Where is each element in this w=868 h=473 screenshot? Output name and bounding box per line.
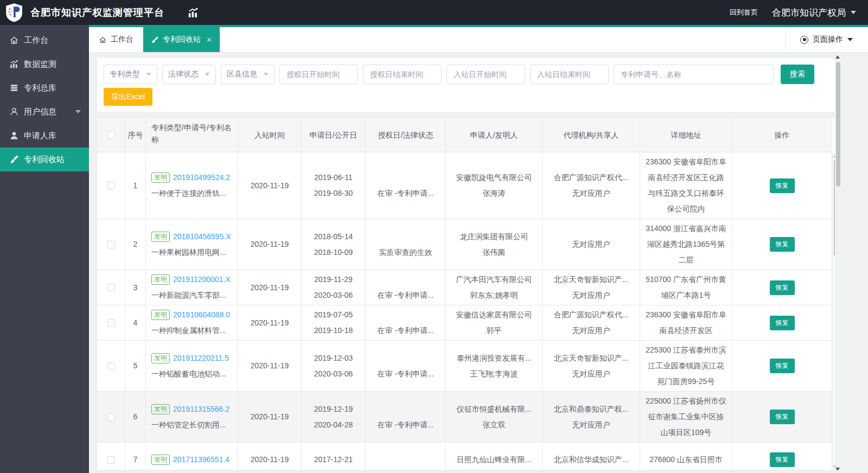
patent-name: 一种铝管定长切割用... — [151, 417, 226, 433]
agency-cell: 北京和鼎泰知识产权...无对应用户 — [542, 392, 640, 442]
patent-number-link[interactable]: 201911200001.X — [173, 275, 231, 284]
status-cell: 在审 -专利申请... — [366, 305, 446, 340]
account-menu[interactable]: 合肥市知识产权局 — [772, 7, 856, 19]
row-checkbox[interactable] — [107, 456, 115, 464]
sharer: 无对应用户 — [572, 287, 610, 303]
tab-patent-recycle[interactable]: 专利回收站 ✕ — [143, 27, 220, 52]
table-row: 4发明201910604088.0一种抑制金属材料管...2020-11-192… — [97, 305, 832, 341]
scrollbar-thumb[interactable] — [836, 62, 840, 187]
status-cell: 在审 -专利申请... — [366, 270, 446, 305]
export-row: 导出Excel — [104, 88, 831, 106]
applicant: 龙庄润集团有限公司 — [460, 229, 528, 245]
page-actions-menu[interactable]: 页面操作 — [800, 35, 853, 44]
agency-cell: 无对应用户 — [542, 219, 640, 270]
row-checkbox[interactable] — [107, 319, 115, 327]
inventor: 郭平 — [487, 323, 502, 338]
panel-scrollbar[interactable] — [835, 53, 841, 473]
applicant: 安徽凯旋电气有限公司 — [456, 170, 532, 186]
restore-button[interactable]: 恢复 — [770, 237, 795, 252]
column-header: 序号 — [125, 118, 146, 152]
filter-select-2[interactable]: 法律状态 — [162, 65, 216, 84]
chevron-down-icon — [205, 73, 210, 75]
legal-status: 在审 -专利申请... — [377, 366, 433, 382]
sidebar-item-layers[interactable]: 专利总库 — [0, 76, 89, 100]
patent-number-link[interactable]: 201810456595.X — [173, 232, 231, 241]
export-excel-button[interactable]: 导出Excel — [104, 88, 152, 106]
chart-icon — [9, 59, 19, 69]
dates-cell: 2019-06-112019-08-30 — [302, 152, 366, 219]
publish-date: 2020-03-06 — [314, 287, 353, 303]
patent-type-badge: 发明 — [151, 232, 170, 242]
filter-row: 专利类型法律状态区县信息 搜索 — [104, 65, 831, 84]
date-input-1[interactable] — [279, 65, 358, 84]
sidebar-item-chart[interactable]: 数据监测 — [0, 52, 89, 76]
search-button[interactable]: 搜索 — [781, 65, 814, 84]
restore-button[interactable]: 恢复 — [770, 359, 795, 373]
row-checkbox[interactable] — [107, 362, 115, 370]
keyword-input[interactable] — [614, 65, 774, 84]
address: 276800 山东省日照市 — [645, 452, 727, 468]
restore-button[interactable]: 恢复 — [770, 280, 795, 295]
select-all-checkbox[interactable] — [107, 131, 115, 139]
close-icon[interactable]: ✕ — [206, 36, 212, 44]
checkbox-cell — [97, 152, 125, 219]
scroll-up-icon[interactable] — [835, 55, 840, 59]
row-checkbox[interactable] — [107, 284, 115, 291]
restore-button[interactable]: 恢复 — [770, 178, 795, 193]
row-number: 3 — [125, 270, 146, 305]
column-header: 授权日/法律状态 — [366, 118, 446, 152]
chevron-down-icon — [847, 38, 853, 41]
action-cell: 恢复 — [732, 392, 832, 442]
sidebar-item-user[interactable]: 用户信息 — [0, 100, 89, 124]
entry-date-cell: 2020-11-19 — [238, 270, 302, 305]
layers-icon — [9, 83, 19, 93]
patent-number-link[interactable]: 201911220211.5 — [173, 354, 229, 362]
sharer: 无对应用户 — [572, 323, 610, 338]
sidebar-item-home[interactable]: 工作台 — [0, 28, 89, 52]
date-input-4[interactable] — [530, 65, 609, 84]
date-input-3[interactable] — [446, 65, 525, 84]
patent-number-link[interactable]: 201910604088.0 — [173, 310, 230, 319]
back-home-link[interactable]: 回到首页 — [730, 8, 758, 17]
chevron-down-icon — [75, 110, 81, 113]
applicant-cell: 广汽本田汽车有限公司郭东东;姚孝明 — [446, 270, 542, 305]
apply-date: 2019-12-19 — [314, 401, 353, 417]
row-checkbox[interactable] — [107, 182, 115, 189]
row-number: 7 — [125, 443, 146, 470]
patent-number-link[interactable]: 201711396551.4 — [173, 455, 229, 464]
sidebar-item-person[interactable]: 申请人库 — [0, 124, 89, 148]
app-logo — [4, 3, 24, 22]
table-row: 6发明201911315566.2一种铝管定长切割用...2020-11-192… — [97, 392, 832, 443]
date-input-2[interactable] — [363, 65, 442, 84]
legal-status: 在审 -专利申请... — [377, 323, 433, 338]
legal-status: 在审 -专利申请... — [377, 287, 433, 303]
restore-button[interactable]: 恢复 — [770, 316, 795, 330]
entry-date-cell: 2020-11-19 — [238, 152, 302, 219]
row-checkbox[interactable] — [107, 413, 115, 421]
dates-cell: 2019-12-192020-04-28 — [302, 392, 366, 442]
sharer: 无对应用户 — [572, 417, 610, 433]
checkbox-cell — [97, 341, 125, 391]
row-number: 1 — [125, 152, 146, 219]
action-cell: 恢复 — [732, 270, 832, 305]
patent-number-link[interactable]: 201910499524.2 — [173, 173, 230, 182]
patent-number-link[interactable]: 201911315566.2 — [173, 405, 229, 413]
entry-date-cell: 2020-11-19 — [238, 443, 302, 470]
row-checkbox[interactable] — [107, 241, 115, 248]
patent-type-badge: 发明 — [151, 274, 170, 285]
scroll-down-icon[interactable] — [835, 468, 840, 471]
tab-workbench[interactable]: 工作台 — [89, 27, 143, 52]
dates-cell: 2018-05-142018-10-09 — [302, 219, 366, 270]
restore-button[interactable]: 恢复 — [770, 452, 795, 467]
column-header: 操作 — [732, 118, 832, 152]
radio-icon — [800, 36, 808, 44]
sidebar: 工作台数据监测专利总库用户信息申请人库专利回收站 — [0, 25, 89, 473]
status-cell: 在审 -专利申请... — [366, 341, 446, 391]
apply-date: 2017-12-21 — [314, 452, 353, 468]
filter-select-1[interactable]: 专利类型 — [104, 65, 157, 84]
sidebar-item-brush[interactable]: 专利回收站 — [0, 148, 89, 171]
address-cell: 236300 安徽省阜阳市阜南县经济开发区 — [640, 305, 732, 340]
filter-select-3[interactable]: 区县信息 — [221, 65, 275, 84]
restore-button[interactable]: 恢复 — [770, 410, 795, 424]
patent-type-badge: 发明 — [151, 455, 170, 465]
